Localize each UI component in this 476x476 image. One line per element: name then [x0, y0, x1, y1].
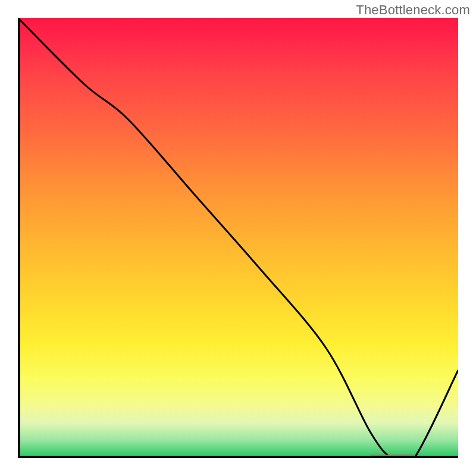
bottleneck-curve-svg [18, 18, 458, 458]
bottleneck-curve-path [18, 18, 458, 458]
attribution-text: TheBottleneck.com [356, 2, 470, 18]
minimum-marker [370, 455, 414, 458]
chart-plot-area [18, 18, 458, 458]
